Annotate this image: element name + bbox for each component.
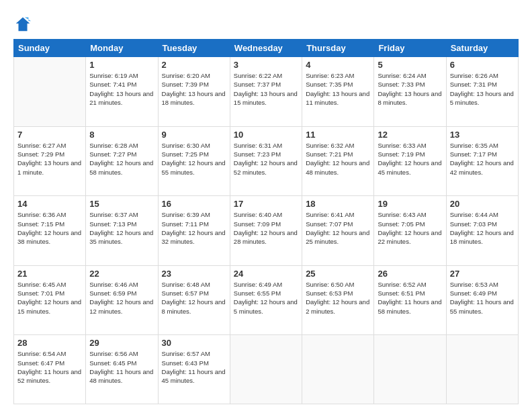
calendar-cell: 11Sunrise: 6:32 AM Sunset: 7:21 PM Dayli… xyxy=(302,126,374,196)
day-info: Sunrise: 6:35 AM Sunset: 7:17 PM Dayligh… xyxy=(450,141,515,177)
calendar-week-row: 1Sunrise: 6:19 AM Sunset: 7:41 PM Daylig… xyxy=(14,57,519,127)
calendar-week-row: 21Sunrise: 6:45 AM Sunset: 7:01 PM Dayli… xyxy=(14,265,519,335)
day-number: 14 xyxy=(17,199,82,209)
day-number: 6 xyxy=(450,60,515,70)
day-info: Sunrise: 6:54 AM Sunset: 6:47 PM Dayligh… xyxy=(17,349,82,385)
calendar-table: SundayMondayTuesdayWednesdayThursdayFrid… xyxy=(13,39,519,404)
calendar-cell: 10Sunrise: 6:31 AM Sunset: 7:23 PM Dayli… xyxy=(230,126,302,196)
day-number: 10 xyxy=(234,130,298,140)
calendar-cell xyxy=(374,335,446,404)
day-number: 23 xyxy=(162,269,226,279)
day-number: 17 xyxy=(234,199,298,209)
calendar-cell: 16Sunrise: 6:39 AM Sunset: 7:11 PM Dayli… xyxy=(158,196,230,266)
day-number: 5 xyxy=(378,60,442,70)
day-info: Sunrise: 6:33 AM Sunset: 7:19 PM Dayligh… xyxy=(378,141,442,177)
day-info: Sunrise: 6:56 AM Sunset: 6:45 PM Dayligh… xyxy=(89,349,154,385)
logo xyxy=(13,15,35,34)
weekday-header-monday: Monday xyxy=(86,40,158,57)
calendar-cell: 7Sunrise: 6:27 AM Sunset: 7:29 PM Daylig… xyxy=(14,126,86,196)
calendar-cell: 21Sunrise: 6:45 AM Sunset: 7:01 PM Dayli… xyxy=(14,265,86,335)
day-number: 4 xyxy=(306,60,370,70)
day-number: 16 xyxy=(162,199,226,209)
day-number: 21 xyxy=(17,269,82,279)
calendar-cell: 25Sunrise: 6:50 AM Sunset: 6:53 PM Dayli… xyxy=(302,265,374,335)
weekday-header-thursday: Thursday xyxy=(302,40,374,57)
day-info: Sunrise: 6:37 AM Sunset: 7:13 PM Dayligh… xyxy=(89,210,154,246)
calendar-cell: 19Sunrise: 6:43 AM Sunset: 7:05 PM Dayli… xyxy=(374,196,446,266)
day-info: Sunrise: 6:57 AM Sunset: 6:43 PM Dayligh… xyxy=(162,349,226,385)
calendar-week-row: 14Sunrise: 6:36 AM Sunset: 7:15 PM Dayli… xyxy=(14,196,519,266)
day-info: Sunrise: 6:28 AM Sunset: 7:27 PM Dayligh… xyxy=(89,141,154,177)
calendar-cell: 30Sunrise: 6:57 AM Sunset: 6:43 PM Dayli… xyxy=(158,335,230,404)
day-number: 15 xyxy=(89,199,154,209)
day-info: Sunrise: 6:39 AM Sunset: 7:11 PM Dayligh… xyxy=(162,210,226,246)
day-info: Sunrise: 6:30 AM Sunset: 7:25 PM Dayligh… xyxy=(162,141,226,177)
day-info: Sunrise: 6:20 AM Sunset: 7:39 PM Dayligh… xyxy=(162,71,226,107)
day-number: 2 xyxy=(162,60,226,70)
day-number: 1 xyxy=(89,60,154,70)
calendar-cell: 13Sunrise: 6:35 AM Sunset: 7:17 PM Dayli… xyxy=(446,126,518,196)
weekday-header-sunday: Sunday xyxy=(14,40,86,57)
day-info: Sunrise: 6:40 AM Sunset: 7:09 PM Dayligh… xyxy=(234,210,298,246)
day-info: Sunrise: 6:23 AM Sunset: 7:35 PM Dayligh… xyxy=(306,71,370,107)
day-number: 29 xyxy=(89,338,154,348)
calendar-cell: 18Sunrise: 6:41 AM Sunset: 7:07 PM Dayli… xyxy=(302,196,374,266)
calendar-cell: 5Sunrise: 6:24 AM Sunset: 7:33 PM Daylig… xyxy=(374,57,446,127)
day-info: Sunrise: 6:46 AM Sunset: 6:59 PM Dayligh… xyxy=(89,280,154,316)
day-info: Sunrise: 6:31 AM Sunset: 7:23 PM Dayligh… xyxy=(234,141,298,177)
svg-marker-0 xyxy=(16,17,30,32)
day-info: Sunrise: 6:50 AM Sunset: 6:53 PM Dayligh… xyxy=(306,280,370,316)
day-number: 7 xyxy=(17,130,82,140)
calendar-cell xyxy=(446,335,518,404)
day-number: 20 xyxy=(450,199,515,209)
day-info: Sunrise: 6:45 AM Sunset: 7:01 PM Dayligh… xyxy=(17,280,82,316)
day-number: 8 xyxy=(89,130,154,140)
day-info: Sunrise: 6:44 AM Sunset: 7:03 PM Dayligh… xyxy=(450,210,515,246)
day-info: Sunrise: 6:36 AM Sunset: 7:15 PM Dayligh… xyxy=(17,210,82,246)
day-number: 11 xyxy=(306,130,370,140)
header xyxy=(13,12,519,34)
day-info: Sunrise: 6:27 AM Sunset: 7:29 PM Dayligh… xyxy=(17,141,82,177)
day-number: 30 xyxy=(162,338,226,348)
day-info: Sunrise: 6:32 AM Sunset: 7:21 PM Dayligh… xyxy=(306,141,370,177)
day-info: Sunrise: 6:22 AM Sunset: 7:37 PM Dayligh… xyxy=(234,71,298,107)
calendar-cell: 9Sunrise: 6:30 AM Sunset: 7:25 PM Daylig… xyxy=(158,126,230,196)
calendar-header-row: SundayMondayTuesdayWednesdayThursdayFrid… xyxy=(14,40,519,57)
calendar-cell: 27Sunrise: 6:53 AM Sunset: 6:49 PM Dayli… xyxy=(446,265,518,335)
calendar-cell: 3Sunrise: 6:22 AM Sunset: 7:37 PM Daylig… xyxy=(230,57,302,127)
day-number: 12 xyxy=(378,130,442,140)
day-number: 19 xyxy=(378,199,442,209)
weekday-header-wednesday: Wednesday xyxy=(230,40,302,57)
page: SundayMondayTuesdayWednesdayThursdayFrid… xyxy=(0,0,532,411)
calendar-cell: 15Sunrise: 6:37 AM Sunset: 7:13 PM Dayli… xyxy=(86,196,158,266)
day-number: 25 xyxy=(306,269,370,279)
calendar-week-row: 7Sunrise: 6:27 AM Sunset: 7:29 PM Daylig… xyxy=(14,126,519,196)
calendar-cell: 26Sunrise: 6:52 AM Sunset: 6:51 PM Dayli… xyxy=(374,265,446,335)
calendar-cell: 29Sunrise: 6:56 AM Sunset: 6:45 PM Dayli… xyxy=(86,335,158,404)
day-info: Sunrise: 6:41 AM Sunset: 7:07 PM Dayligh… xyxy=(306,210,370,246)
calendar-cell: 14Sunrise: 6:36 AM Sunset: 7:15 PM Dayli… xyxy=(14,196,86,266)
day-info: Sunrise: 6:52 AM Sunset: 6:51 PM Dayligh… xyxy=(378,280,442,316)
weekday-header-tuesday: Tuesday xyxy=(158,40,230,57)
day-number: 26 xyxy=(378,269,442,279)
calendar-cell: 23Sunrise: 6:48 AM Sunset: 6:57 PM Dayli… xyxy=(158,265,230,335)
day-number: 9 xyxy=(162,130,226,140)
calendar-cell xyxy=(302,335,374,404)
day-info: Sunrise: 6:49 AM Sunset: 6:55 PM Dayligh… xyxy=(234,280,298,316)
calendar-week-row: 28Sunrise: 6:54 AM Sunset: 6:47 PM Dayli… xyxy=(14,335,519,404)
calendar-cell: 8Sunrise: 6:28 AM Sunset: 7:27 PM Daylig… xyxy=(86,126,158,196)
day-info: Sunrise: 6:48 AM Sunset: 6:57 PM Dayligh… xyxy=(162,280,226,316)
calendar-cell xyxy=(14,57,86,127)
calendar-cell: 6Sunrise: 6:26 AM Sunset: 7:31 PM Daylig… xyxy=(446,57,518,127)
calendar-cell: 1Sunrise: 6:19 AM Sunset: 7:41 PM Daylig… xyxy=(86,57,158,127)
calendar-cell: 22Sunrise: 6:46 AM Sunset: 6:59 PM Dayli… xyxy=(86,265,158,335)
day-info: Sunrise: 6:53 AM Sunset: 6:49 PM Dayligh… xyxy=(450,280,515,316)
day-number: 13 xyxy=(450,130,515,140)
calendar-cell: 28Sunrise: 6:54 AM Sunset: 6:47 PM Dayli… xyxy=(14,335,86,404)
calendar-cell: 17Sunrise: 6:40 AM Sunset: 7:09 PM Dayli… xyxy=(230,196,302,266)
day-number: 22 xyxy=(89,269,154,279)
logo-icon xyxy=(13,15,32,34)
calendar-cell: 20Sunrise: 6:44 AM Sunset: 7:03 PM Dayli… xyxy=(446,196,518,266)
day-info: Sunrise: 6:24 AM Sunset: 7:33 PM Dayligh… xyxy=(378,71,442,107)
calendar-cell xyxy=(230,335,302,404)
